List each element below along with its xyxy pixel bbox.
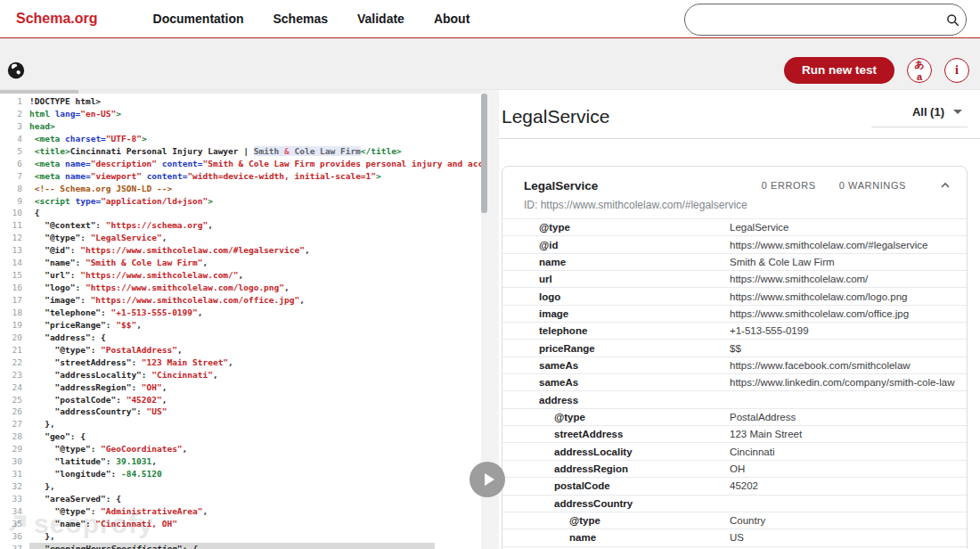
code-line: 13 "@id": "https://www.smithcolelaw.com/… (0, 244, 481, 257)
code-line: 25 "postalCode": "45202", (0, 394, 481, 406)
code-text: <meta name="viewport" content="width=dev… (29, 170, 381, 183)
code-line: 10 { (0, 207, 481, 219)
code-line: 19 "priceRange": "$$", (0, 319, 481, 332)
property-name: name (502, 257, 730, 267)
code-line: 3head> (0, 120, 481, 133)
code-line: 32 }, (0, 480, 481, 493)
search-icon[interactable] (939, 6, 966, 33)
chevron-up-icon (938, 178, 952, 193)
nav-item-validate[interactable]: Validate (357, 12, 404, 26)
code-line: 31 "longitude": -84.5120 (0, 468, 481, 480)
line-number: 15 (0, 269, 29, 282)
property-row[interactable]: nameSmith & Cole Law Firm (502, 253, 967, 270)
caret-down-icon (953, 110, 962, 114)
property-row[interactable]: telephone+1-513-555-0199 (502, 322, 967, 339)
errors-count: 0 ERRORS (762, 180, 816, 191)
code-line: 18 "telephone": "+1-513-555-0199", (0, 307, 481, 319)
property-name: telephone (502, 325, 730, 336)
line-number: 29 (0, 443, 29, 455)
info-button[interactable]: i (944, 58, 969, 83)
nav-item-schemas[interactable]: Schemas (273, 12, 327, 26)
code-line: 34 "@type": "AdministrativeArea", (0, 505, 481, 518)
property-row[interactable]: addressLocalityCincinnati (502, 442, 967, 459)
code-line: 29 "@type": "GeoCoordinates", (0, 443, 481, 455)
property-row[interactable]: sameAshttps://www.facebook.com/smithcole… (502, 356, 967, 373)
code-text: "@type": "PostalAddress", (29, 344, 183, 356)
nav-item-about[interactable]: About (434, 12, 470, 26)
code-text: "latitude": 39.1031, (29, 455, 157, 468)
entity-filter-dropdown[interactable]: All (1) (871, 105, 968, 127)
panel-expand-button[interactable] (470, 462, 505, 497)
code-lines: 1!DOCTYPE html>2html lang="en-US">3head>… (0, 95, 481, 549)
code-text: "postalCode": "45202", (29, 394, 167, 406)
property-value: Cincinnati (730, 447, 967, 457)
line-number: 7 (0, 170, 29, 183)
property-row[interactable]: sameAshttps://www.linkedin.com/company/s… (502, 373, 967, 390)
code-line: 12 "@type": "LegalService", (0, 232, 481, 244)
warnings-count: 0 WARNINGS (839, 180, 906, 191)
horizontal-scrollbar-thumb[interactable] (0, 90, 78, 94)
language-toggle-button[interactable]: あa (907, 58, 932, 83)
property-value: https://www.smithcolelaw.com/#legalservi… (730, 240, 967, 250)
property-row[interactable]: @typePostalAddress (502, 408, 967, 425)
property-name: @id (502, 240, 730, 250)
property-row[interactable]: geo (502, 546, 967, 549)
line-number: 8 (0, 183, 29, 195)
line-number: 37 (0, 543, 29, 549)
property-row[interactable]: @typeLegalService (502, 218, 967, 235)
code-text: "address": { (29, 332, 106, 344)
vertical-scrollbar-thumb[interactable] (481, 94, 487, 213)
code-text: "image": "https://www.smithcolelaw.com/o… (29, 294, 305, 307)
property-value: https://www.smithcolelaw.com/logo.png (730, 291, 967, 302)
line-number: 21 (0, 344, 29, 356)
property-value: LegalService (730, 222, 967, 233)
code-line: 15 "url": "https://www.smithcolelaw.com/… (0, 269, 481, 282)
property-value: PostalAddress (730, 412, 967, 422)
property-row[interactable]: streetAddress123 Main Street (502, 425, 967, 442)
property-row[interactable]: addressRegionOH (502, 460, 967, 477)
line-number: 30 (0, 455, 29, 468)
line-number: 3 (0, 120, 29, 133)
code-line: 17 "image": "https://www.smithcolelaw.co… (0, 294, 481, 307)
property-row[interactable]: priceRange$$ (502, 339, 967, 356)
collapse-card-button[interactable] (938, 178, 952, 193)
line-number: 31 (0, 468, 29, 480)
search-input[interactable] (699, 12, 939, 28)
entity-card: LegalService 0 ERRORS 0 WARNINGS ID: htt… (502, 166, 968, 549)
property-row[interactable]: addressCountry (502, 495, 967, 512)
property-row[interactable]: nameUS (502, 529, 967, 545)
property-name: sameAs (502, 360, 730, 371)
line-number: 5 (0, 145, 29, 158)
property-value: OH (730, 463, 967, 474)
property-value: 123 Main Street (730, 429, 967, 439)
code-panel: 1!DOCTYPE html>2html lang="en-US">3head>… (0, 90, 487, 549)
run-new-test-button[interactable]: Run new test (784, 57, 894, 84)
code-text: "telephone": "+1-513-555-0199", (29, 307, 202, 319)
nav-item-documentation[interactable]: Documentation (153, 12, 244, 26)
results-header: LegalService All (1) (499, 90, 980, 139)
results-title: LegalService (502, 106, 609, 127)
property-row[interactable]: logohttps://www.smithcolelaw.com/logo.pn… (502, 287, 967, 304)
property-name: image (502, 308, 730, 319)
property-name: addressLocality (502, 447, 730, 457)
line-number: 1 (0, 95, 29, 108)
property-name: addressCountry (502, 498, 730, 509)
code-text: }, (29, 418, 55, 430)
code-line: 16 "logo": "https://www.smithcolelaw.com… (0, 282, 481, 294)
line-number: 27 (0, 418, 29, 430)
code-text: "url": "https://www.smithcolelaw.com/", (29, 269, 243, 282)
code-text: <script type="application/ld+json"> (29, 195, 213, 208)
line-number: 34 (0, 505, 29, 518)
code-text: { (29, 207, 39, 219)
property-row[interactable]: urlhttps://www.smithcolelaw.com/ (502, 270, 967, 287)
property-row[interactable]: @typeCountry (502, 512, 967, 529)
entity-status: 0 ERRORS 0 WARNINGS (762, 178, 952, 193)
property-row[interactable]: postalCode45202 (502, 477, 967, 494)
code-text: "@type": "GeoCoordinates", (29, 443, 187, 455)
property-row[interactable]: imagehttps://www.smithcolelaw.com/office… (502, 305, 967, 322)
schema-org-logo[interactable]: Schema.org (16, 11, 98, 27)
code-text: "addressLocality": "Cincinnati", (29, 369, 218, 381)
property-row[interactable]: @idhttps://www.smithcolelaw.com/#legalse… (502, 235, 967, 252)
property-row[interactable]: address (502, 390, 967, 407)
main-nav: Documentation Schemas Validate About (153, 12, 470, 26)
